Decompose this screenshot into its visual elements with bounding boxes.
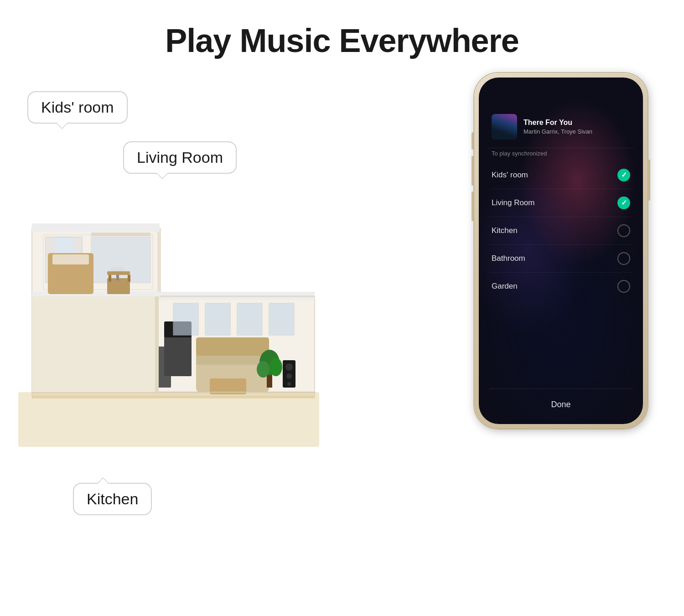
svg-rect-4 (32, 223, 160, 232)
phone-body: There For You Martin Garrix, Troye Sivan… (474, 73, 648, 429)
room-item-bathroom[interactable]: Bathroom (490, 245, 632, 273)
phone-screen: There For You Martin Garrix, Troye Sivan… (479, 78, 643, 424)
now-playing-section: There For You Martin Garrix, Troye Sivan (490, 114, 632, 140)
svg-rect-33 (32, 392, 315, 399)
svg-point-32 (287, 382, 291, 386)
track-title: There For You (523, 119, 630, 127)
svg-rect-21 (196, 337, 269, 356)
svg-point-27 (257, 361, 269, 378)
svg-rect-35 (205, 303, 230, 335)
svg-rect-48 (32, 296, 155, 392)
svg-point-30 (285, 363, 293, 371)
phone-content: There For You Martin Garrix, Troye Sivan… (479, 78, 643, 424)
svg-rect-36 (237, 303, 262, 335)
phone-silent-button (472, 132, 474, 150)
room-name-living: Living Room (492, 198, 535, 207)
phone-container: There For You Martin Garrix, Troye Sivan… (474, 73, 657, 575)
svg-rect-49 (107, 271, 130, 275)
track-artist: Martin Garrix, Troye Sivan (523, 128, 630, 135)
room-check-kitchen[interactable] (617, 224, 630, 237)
room-check-kids[interactable]: ✓ (617, 169, 630, 181)
svg-rect-44 (91, 233, 150, 236)
room-name-kids: Kids' room (492, 171, 528, 180)
svg-rect-34 (173, 303, 198, 335)
svg-rect-50 (109, 275, 111, 282)
svg-rect-22 (164, 335, 192, 376)
bubble-kids-room: Kids' room (27, 91, 128, 124)
svg-rect-47 (155, 296, 159, 392)
room-name-garden: Garden (492, 282, 518, 291)
room-check-bathroom[interactable] (617, 252, 630, 265)
bubble-living-room: Living Room (123, 141, 237, 174)
svg-rect-51 (128, 275, 130, 282)
track-info: There For You Martin Garrix, Troye Sivan (523, 119, 630, 135)
checkmark-kids: ✓ (621, 171, 627, 179)
bubble-kitchen: Kitchen (73, 483, 152, 515)
room-item-living[interactable]: Living Room ✓ (490, 189, 632, 217)
divider-top (488, 148, 634, 148)
page-title: Play Music Everywhere (0, 0, 684, 59)
room-item-garden[interactable]: Garden (490, 273, 632, 300)
room-item-kitchen[interactable]: Kitchen (490, 217, 632, 245)
checkmark-living: ✓ (621, 199, 627, 207)
room-item-kids[interactable]: Kids' room ✓ (490, 161, 632, 189)
phone-notch (529, 78, 593, 91)
svg-point-31 (286, 373, 292, 379)
room-check-garden[interactable] (617, 280, 630, 293)
album-art (492, 114, 517, 140)
svg-rect-3 (157, 228, 161, 299)
room-check-living[interactable]: ✓ (617, 197, 630, 209)
phone-power-button (648, 160, 650, 201)
sync-label: To play synchronized (490, 150, 632, 157)
svg-rect-0 (18, 392, 319, 447)
phone-volume-down-button (472, 192, 474, 221)
done-button[interactable]: Done (533, 396, 589, 413)
svg-rect-40 (52, 254, 89, 264)
room-name-kitchen: Kitchen (492, 226, 518, 235)
phone-volume-up-button (472, 156, 474, 186)
room-list: Kids' room ✓ Living Room ✓ K (490, 161, 632, 388)
house-illustration (18, 182, 319, 447)
left-section: Kids' room Living Room (18, 82, 328, 538)
svg-rect-37 (269, 303, 294, 335)
done-area: Done (490, 388, 632, 413)
room-name-bathroom: Bathroom (492, 254, 525, 263)
svg-rect-9 (91, 237, 150, 283)
svg-point-28 (269, 358, 282, 376)
